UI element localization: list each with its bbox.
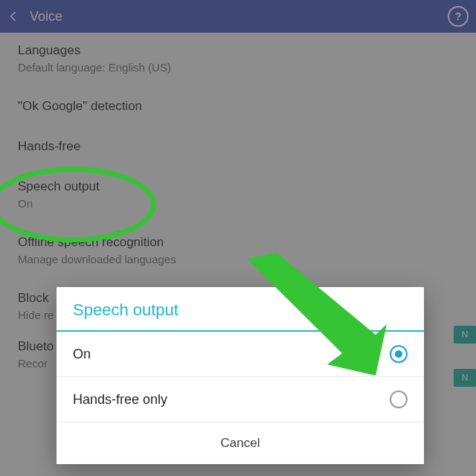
option-label: Hands-free only: [73, 392, 167, 408]
radio-icon[interactable]: [390, 390, 408, 408]
dialog-option-hands-free-only[interactable]: Hands-free only: [57, 377, 424, 422]
cancel-button[interactable]: Cancel: [57, 422, 424, 464]
annotation-arrow-icon: [231, 253, 387, 379]
radio-icon[interactable]: [390, 345, 408, 363]
svg-marker-0: [247, 253, 387, 376]
option-label: On: [73, 347, 91, 362]
